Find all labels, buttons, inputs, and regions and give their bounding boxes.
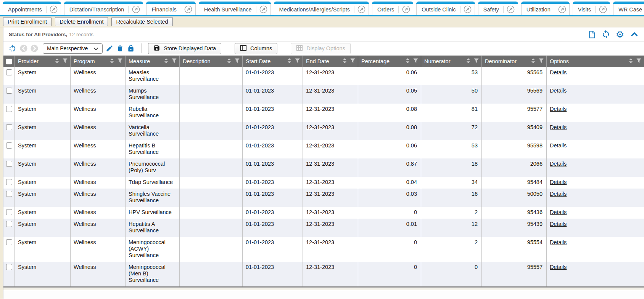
filter-icon[interactable] <box>235 58 240 64</box>
details-link[interactable]: Details <box>550 209 567 215</box>
column-label: Provider <box>18 58 53 64</box>
row-checkbox[interactable] <box>6 221 12 227</box>
filter-icon[interactable] <box>63 58 68 64</box>
tab-financials[interactable]: Financials <box>146 2 195 15</box>
details-link[interactable]: Details <box>550 142 567 149</box>
undo-icon[interactable] <box>8 44 17 53</box>
tab-health-surveillance[interactable]: Health Surveillance <box>199 2 271 15</box>
filter-icon[interactable] <box>172 58 177 64</box>
recalculate-selected-button[interactable]: Recalculate Selected <box>111 17 172 26</box>
filter-icon[interactable] <box>636 58 641 64</box>
details-link[interactable]: Details <box>550 264 567 270</box>
row-checkbox[interactable] <box>6 88 12 94</box>
tab-wr-case-mgmt[interactable]: WR Case Mgmt <box>613 2 644 15</box>
row-checkbox[interactable] <box>6 264 12 270</box>
details-link[interactable]: Details <box>550 161 567 167</box>
numerator-cell: 12 <box>421 219 482 237</box>
trash-icon[interactable] <box>116 45 124 52</box>
sort-icon[interactable] <box>343 58 347 64</box>
filter-icon[interactable] <box>539 58 544 64</box>
row-checkbox[interactable] <box>6 239 12 245</box>
filter-icon[interactable] <box>350 58 355 64</box>
sort-icon[interactable] <box>406 58 410 64</box>
column-label: Denominator <box>485 58 529 64</box>
program-cell: Wellness <box>71 67 126 85</box>
new-document-icon[interactable] <box>587 30 596 39</box>
details-link[interactable]: Details <box>550 239 567 245</box>
row-checkbox[interactable] <box>6 191 12 197</box>
select-all-checkbox[interactable] <box>6 59 12 64</box>
details-link[interactable]: Details <box>550 221 567 227</box>
sort-icon[interactable] <box>55 58 59 64</box>
tab-label: Financials <box>151 6 180 13</box>
row-checkbox[interactable] <box>6 209 12 215</box>
open-in-window-icon[interactable] <box>184 5 193 14</box>
end-date-cell: 12-31-2023 <box>303 177 358 189</box>
open-in-window-icon[interactable] <box>558 5 567 14</box>
row-checkbox[interactable] <box>6 69 12 75</box>
sort-icon[interactable] <box>110 58 114 64</box>
open-in-window-icon[interactable] <box>131 5 140 14</box>
details-link[interactable]: Details <box>550 106 567 112</box>
nav-back-icon[interactable] <box>20 45 27 52</box>
sort-icon[interactable] <box>531 58 535 64</box>
sort-icon[interactable] <box>287 58 291 64</box>
tab-medications-allergies-scripts[interactable]: Medications/Allergies/Scripts <box>274 2 369 15</box>
tab-visits[interactable]: Visits <box>573 2 610 15</box>
lock-icon[interactable] <box>127 45 135 52</box>
open-in-window-icon[interactable] <box>357 5 366 14</box>
open-in-window-icon[interactable] <box>506 5 515 14</box>
row-checkbox[interactable] <box>6 124 12 130</box>
tab-safety[interactable]: Safety <box>478 2 518 15</box>
edit-pencil-icon[interactable] <box>106 45 113 52</box>
open-in-window-icon[interactable] <box>49 5 58 14</box>
delete-enrollment-button[interactable]: Delete Enrollment <box>55 17 108 26</box>
sort-icon[interactable] <box>466 58 470 64</box>
row-checkbox-cell <box>3 122 15 140</box>
perspective-select[interactable]: Main Perspective <box>43 43 103 54</box>
details-link[interactable]: Details <box>550 179 567 185</box>
sort-icon[interactable] <box>164 58 168 64</box>
print-enrollment-button[interactable]: Print Enrollment <box>3 17 52 26</box>
tab-orders[interactable]: Orders <box>372 2 413 15</box>
start-date-cell: 01-01-2023 <box>243 67 303 85</box>
open-in-window-icon[interactable] <box>401 5 411 14</box>
columns-button[interactable]: Columns <box>235 43 277 54</box>
description-cell <box>180 237 243 262</box>
provider-cell: System <box>15 122 71 140</box>
row-checkbox[interactable] <box>6 179 12 185</box>
tab-appointments[interactable]: Appointments <box>3 2 61 15</box>
tab-label: Orders <box>377 6 398 13</box>
details-link[interactable]: Details <box>550 88 567 94</box>
filter-icon[interactable] <box>474 58 479 64</box>
sort-icon[interactable] <box>227 58 231 64</box>
gear-icon[interactable]: ⚙ <box>615 30 625 39</box>
tab-outside-clinic[interactable]: Outside Clinic <box>416 2 475 15</box>
numerator-cell: 53 <box>421 140 482 158</box>
tab-dictation-transcription[interactable]: Dictation/Transcription <box>64 2 143 15</box>
filter-icon[interactable] <box>118 58 122 64</box>
select-all-cell <box>3 56 15 67</box>
store-displayed-data-button[interactable]: Store Displayed Data <box>148 43 221 54</box>
sort-icon[interactable] <box>629 58 633 64</box>
horizontal-scrollbar[interactable] <box>3 287 644 290</box>
refresh-icon[interactable] <box>601 30 610 39</box>
details-link[interactable]: Details <box>550 124 567 130</box>
open-in-window-icon[interactable] <box>259 5 268 14</box>
row-checkbox[interactable] <box>6 161 12 167</box>
details-link[interactable]: Details <box>550 191 567 197</box>
filter-icon[interactable] <box>295 58 300 64</box>
filter-icon[interactable] <box>413 58 418 64</box>
row-checkbox[interactable] <box>6 142 12 149</box>
open-in-window-icon[interactable] <box>598 5 607 14</box>
collapse-up-icon[interactable] <box>630 30 639 39</box>
tab-divider <box>398 6 399 13</box>
details-link[interactable]: Details <box>550 69 567 75</box>
row-checkbox[interactable] <box>6 106 12 112</box>
open-in-window-icon[interactable] <box>463 5 472 14</box>
table-row: SystemWellnessHepatitis A Surveillance01… <box>3 219 644 237</box>
tab-label: Medications/Allergies/Scripts <box>279 6 354 13</box>
nav-forward-icon[interactable] <box>31 45 38 52</box>
column-header-numerator: Numerator <box>421 56 482 67</box>
tab-utilization[interactable]: Utilization <box>521 2 570 15</box>
